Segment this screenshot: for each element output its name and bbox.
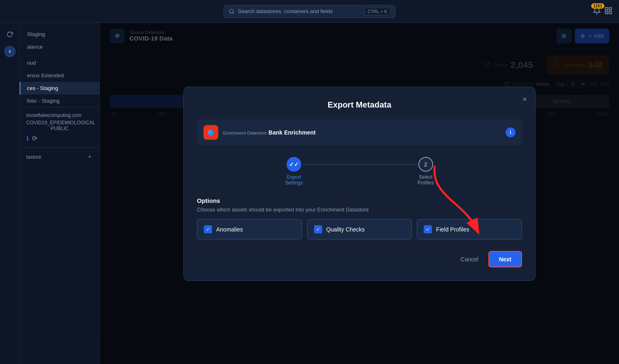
red-arrow-indicator bbox=[422, 162, 488, 236]
anomalies-checkbox-card[interactable]: ✓ Anomalies bbox=[197, 219, 302, 240]
anomalies-label: Anomalies bbox=[216, 226, 243, 233]
step-1: ✓ ExportSettings bbox=[285, 157, 303, 186]
sidebar-narrow bbox=[0, 23, 20, 364]
step-1-circle: ✓ bbox=[287, 157, 301, 172]
enrichment-datastore-icon: 🔷 bbox=[203, 125, 218, 140]
sidebar-item-staging[interactable]: Staging bbox=[20, 28, 99, 40]
refresh-button[interactable] bbox=[3, 28, 16, 41]
step-1-label: ExportSettings bbox=[285, 174, 303, 186]
sidebar-item-oud[interactable]: oud bbox=[20, 56, 99, 69]
quality-checks-label: Quality Checks bbox=[326, 226, 365, 233]
enrichment-datastore-box: 🔷 Enrichment Datastore Bank Enrichment i bbox=[197, 119, 522, 146]
sidebar-item-balance[interactable]: alance bbox=[20, 40, 99, 53]
svg-rect-3 bbox=[605, 11, 608, 14]
main-content: ❄ Source Datastore COVID-19 Data ⚙ ⊕ ＋ A… bbox=[100, 23, 619, 364]
collapse-button[interactable] bbox=[4, 46, 16, 57]
refresh-icon bbox=[7, 31, 13, 38]
notification-badge: 1151 bbox=[591, 3, 604, 9]
modal-header: Export Metadata × bbox=[197, 100, 522, 110]
chevron-left-icon bbox=[7, 49, 12, 54]
kbd-shortcut: CTRL + K bbox=[365, 8, 390, 15]
quality-checks-checkbox-card[interactable]: ✓ Quality Checks bbox=[307, 219, 412, 240]
info-icon: i bbox=[506, 128, 515, 137]
svg-point-0 bbox=[230, 9, 233, 13]
anomalies-checkbox[interactable]: ✓ bbox=[204, 225, 212, 234]
sidebar-item-genius[interactable]: enius Extended bbox=[20, 69, 99, 82]
sidebar-item-ces-staging[interactable]: ces - Staging bbox=[20, 82, 99, 94]
modal-title: Export Metadata bbox=[328, 100, 391, 109]
svg-rect-4 bbox=[609, 11, 612, 14]
modal-footer: Cancel Next bbox=[197, 251, 522, 267]
notification-button[interactable]: 1151 bbox=[593, 7, 601, 16]
search-placeholder: Search datastores, containers and fields bbox=[238, 8, 333, 14]
modal-close-button[interactable]: × bbox=[522, 95, 527, 104]
top-bar: Search datastores, containers and fields… bbox=[0, 0, 619, 23]
search-bar[interactable]: Search datastores, containers and fields… bbox=[224, 5, 395, 18]
main-layout: Staging alance oud enius Extended ces - … bbox=[0, 23, 619, 364]
svg-rect-1 bbox=[605, 8, 608, 10]
menu-button[interactable] bbox=[604, 7, 612, 16]
enrichment-label: Enrichment Datastore bbox=[223, 130, 267, 135]
next-button[interactable]: Next bbox=[488, 251, 522, 267]
close-icon: × bbox=[522, 95, 527, 103]
svg-rect-2 bbox=[609, 8, 612, 10]
search-icon bbox=[229, 9, 235, 14]
quality-checks-checkbox[interactable]: ✓ bbox=[314, 225, 322, 234]
grid-icon bbox=[604, 7, 612, 15]
enrichment-name: Bank Enrichment bbox=[269, 129, 316, 136]
add-datastore-button[interactable]: ＋ bbox=[86, 153, 93, 161]
step-line bbox=[303, 164, 418, 165]
sidebar-wide: Staging alance oud enius Extended ces - … bbox=[20, 23, 100, 364]
sidebar-item-folio[interactable]: folio - Staging bbox=[20, 94, 99, 107]
cancel-button[interactable]: Cancel bbox=[456, 253, 483, 266]
top-bar-actions: 1151 bbox=[593, 7, 612, 16]
enrichment-datastore-info: Enrichment Datastore Bank Enrichment bbox=[223, 129, 316, 136]
